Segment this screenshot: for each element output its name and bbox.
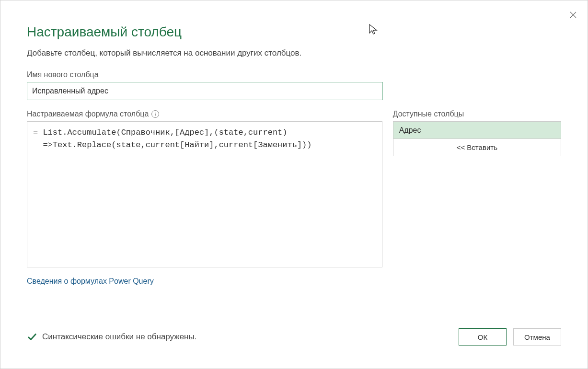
insert-button[interactable]: << Вставить xyxy=(393,139,561,156)
close-icon xyxy=(569,11,577,19)
check-icon xyxy=(27,332,37,342)
formula-label: Настраиваемая формула столбца i xyxy=(27,110,382,118)
cancel-button[interactable]: Отмена xyxy=(513,328,561,346)
available-columns-list: Адрес xyxy=(393,121,561,139)
info-icon[interactable]: i xyxy=(151,110,159,118)
dialog-subtitle: Добавьте столбец, который вычисляется на… xyxy=(27,48,561,58)
column-name-input[interactable] xyxy=(27,82,383,100)
ok-button[interactable]: ОК xyxy=(459,328,507,346)
column-item[interactable]: Адрес xyxy=(393,122,561,138)
formula-help-link[interactable]: Сведения о формулах Power Query xyxy=(27,277,154,286)
dialog-title: Настраиваемый столбец xyxy=(27,24,561,40)
formula-label-text: Настраиваемая формула столбца xyxy=(27,110,149,118)
available-columns-label: Доступные столбцы xyxy=(393,110,561,118)
status-text: Синтаксические ошибки не обнаружены. xyxy=(42,332,196,342)
formula-textarea[interactable] xyxy=(27,121,382,267)
close-button[interactable] xyxy=(567,9,579,21)
name-label: Имя нового столбца xyxy=(27,70,561,79)
status-bar: Синтаксические ошибки не обнаружены. xyxy=(27,332,196,342)
